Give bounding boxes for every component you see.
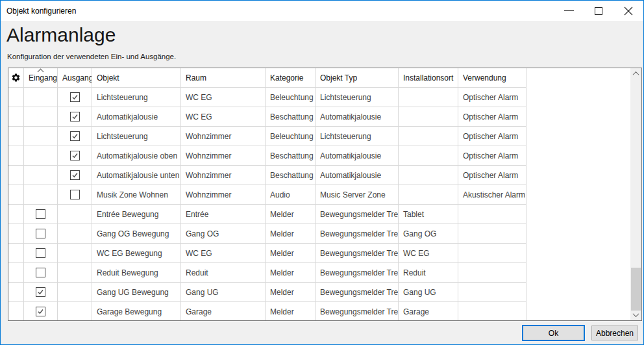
minimize-icon xyxy=(564,10,574,11)
cell-objekt_typ: Lichtsteuerung xyxy=(316,127,399,146)
scrollbar-thumb[interactable] xyxy=(631,268,641,311)
gear-column-cell xyxy=(8,88,24,107)
column-header-objekt[interactable]: Objekt xyxy=(92,68,181,88)
column-header-installationsort[interactable]: Installationsort xyxy=(399,68,458,88)
cell-objekt: WC EG Bewegung xyxy=(92,244,181,263)
checkmark-icon xyxy=(71,94,79,101)
ausgang-cell xyxy=(58,302,92,321)
cell-objekt_typ: Lichtsteuerung xyxy=(316,88,399,107)
table-row[interactable]: Gang UG BewegungGang UGMelderBewegungsme… xyxy=(8,283,527,302)
cell-raum: Reduit xyxy=(181,263,266,283)
ausgang-checkbox[interactable] xyxy=(70,131,80,141)
vertical-scrollbar[interactable] xyxy=(630,68,641,320)
table-row[interactable]: Gang OG BewegungGang OGMelderBewegungsme… xyxy=(8,224,527,244)
cell-kategorie: Melder xyxy=(266,283,316,302)
table-row[interactable]: AutomatikjalousieWC EGBeschattungAutomat… xyxy=(8,107,527,127)
cell-objekt_typ: Bewegungsmelder Tree xyxy=(316,224,399,244)
cell-objekt_typ: Automatikjalousie xyxy=(316,146,399,166)
cell-installationsort: Garage xyxy=(399,302,458,321)
cell-verwendung: Optischer Alarm xyxy=(458,146,526,166)
column-header-kategorie[interactable]: Kategorie xyxy=(266,68,316,88)
cell-raum: Gang UG xyxy=(181,283,266,302)
ausgang-checkbox[interactable] xyxy=(70,190,80,199)
scroll-up-button[interactable] xyxy=(630,68,641,79)
cell-verwendung xyxy=(458,244,526,263)
cell-kategorie: Beschattung xyxy=(266,107,316,127)
gear-column-cell xyxy=(8,244,24,263)
eingang-checkbox[interactable] xyxy=(36,229,45,238)
ausgang-checkbox[interactable] xyxy=(70,151,80,160)
scroll-down-button[interactable] xyxy=(630,309,641,320)
cell-objekt_typ: Bewegungsmelder Tree xyxy=(316,244,399,263)
column-header-label: Eingang xyxy=(29,73,57,83)
table-row[interactable]: WC EG BewegungWC EGMelderBewegungsmelder… xyxy=(8,244,527,263)
cancel-button[interactable]: Abbrechen xyxy=(591,326,638,340)
cell-verwendung xyxy=(458,224,526,244)
column-header-label: Verwendung xyxy=(463,73,506,83)
close-button[interactable] xyxy=(613,1,643,21)
table-row[interactable]: LichtsteuerungWC EGBeleuchtungLichtsteue… xyxy=(8,88,527,107)
cell-objekt_typ: Bewegungsmelder Tree xyxy=(316,205,399,224)
ausgang-cell xyxy=(58,127,92,146)
cell-raum: Entrée xyxy=(181,205,266,224)
column-header-verwendung[interactable]: Verwendung xyxy=(458,68,526,88)
ausgang-cell xyxy=(58,224,92,244)
table-row[interactable]: Automatikjalousie untenWohnzimmerBeschat… xyxy=(8,166,527,185)
maximize-button[interactable] xyxy=(584,1,613,21)
cell-raum: WC EG xyxy=(181,107,266,127)
eingang-checkbox[interactable] xyxy=(36,307,45,316)
minimize-button[interactable] xyxy=(554,1,584,21)
column-header-objekt_typ[interactable]: Objekt Typ xyxy=(316,68,399,88)
ausgang-cell xyxy=(58,244,92,263)
table-row[interactable]: Automatikjalousie obenWohnzimmerBeschatt… xyxy=(8,146,527,166)
settings-column-header[interactable] xyxy=(8,68,24,88)
table-row[interactable]: Musik Zone WohnenWohnzimmerAudioMusic Se… xyxy=(8,185,527,205)
checkmark-icon xyxy=(71,152,79,159)
ausgang-cell xyxy=(58,263,92,283)
config-table: EingangAusgangObjektRaumKategorieObjekt … xyxy=(8,68,642,321)
column-header-ausgang[interactable]: Ausgang xyxy=(58,68,92,88)
column-header-eingang[interactable]: Eingang xyxy=(24,68,58,88)
dialog-window: Objekt konfigurieren Alarmanlage Konfigu… xyxy=(0,0,644,345)
ausgang-cell xyxy=(58,146,92,166)
column-header-label: Ausgang xyxy=(62,73,92,83)
cell-objekt_typ: Automatikjalousie xyxy=(316,107,399,127)
eingang-checkbox[interactable] xyxy=(36,268,45,277)
eingang-cell xyxy=(24,263,58,283)
cell-objekt_typ: Music Server Zone xyxy=(316,185,399,205)
cell-verwendung xyxy=(458,263,526,283)
chevron-down-icon xyxy=(633,311,639,317)
cell-verwendung: Optischer Alarm xyxy=(458,107,526,127)
ausgang-checkbox[interactable] xyxy=(70,112,80,121)
cell-installationsort: Gang OG xyxy=(399,224,458,244)
checkmark-icon xyxy=(37,308,44,315)
window-controls xyxy=(554,1,643,21)
eingang-cell xyxy=(24,224,58,244)
cell-installationsort xyxy=(399,107,458,127)
cell-kategorie: Beleuchtung xyxy=(266,88,316,107)
config-table-grid: EingangAusgangObjektRaumKategorieObjekt … xyxy=(8,68,527,321)
cell-objekt: Reduit Bewegung xyxy=(92,263,181,283)
eingang-checkbox[interactable] xyxy=(36,248,45,258)
table-row[interactable]: Reduit BewegungReduitMelderBewegungsmeld… xyxy=(8,263,527,283)
cell-raum: WC EG xyxy=(181,244,266,263)
cell-kategorie: Melder xyxy=(266,302,316,321)
column-header-label: Installationsort xyxy=(403,73,453,83)
eingang-checkbox[interactable] xyxy=(36,287,45,297)
table-row[interactable]: Entrée BewegungEntréeMelderBewegungsmeld… xyxy=(8,205,527,224)
eingang-cell xyxy=(24,166,58,185)
eingang-cell xyxy=(24,302,58,321)
ausgang-checkbox[interactable] xyxy=(70,92,80,102)
table-row[interactable]: LichtsteuerungWohnzimmerBeleuchtungLicht… xyxy=(8,127,527,146)
cell-objekt: Entrée Bewegung xyxy=(92,205,181,224)
gear-icon xyxy=(11,73,21,83)
table-row[interactable]: Garage BewegungGarageMelderBewegungsmeld… xyxy=(8,302,527,321)
cell-objekt: Gang OG Bewegung xyxy=(92,224,181,244)
eingang-checkbox[interactable] xyxy=(36,209,45,219)
cell-kategorie: Melder xyxy=(266,244,316,263)
cell-verwendung xyxy=(458,302,526,321)
cell-kategorie: Melder xyxy=(266,263,316,283)
ausgang-checkbox[interactable] xyxy=(70,170,80,180)
ok-button[interactable]: Ok xyxy=(522,325,585,341)
column-header-raum[interactable]: Raum xyxy=(181,68,266,88)
